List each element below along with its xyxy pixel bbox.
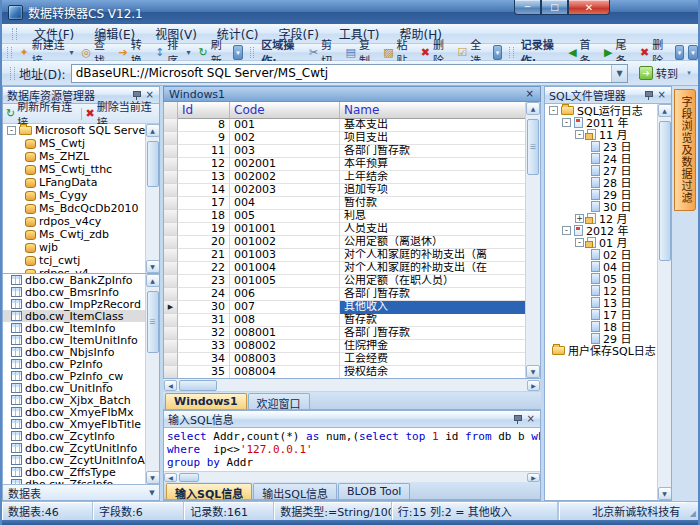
close-button[interactable]: ✕ — [568, 0, 610, 15]
grid-cell[interactable]: 19 — [178, 223, 230, 236]
grid-column-header-code[interactable]: Code — [230, 102, 340, 119]
list-item-table[interactable]: dbo.cw_ZfssInfo — [3, 478, 159, 484]
list-item-table[interactable]: dbo.cw_PzInfo_cw — [3, 370, 159, 382]
grid-cell[interactable]: 008002 — [230, 340, 340, 353]
scrollbar-thumb[interactable] — [179, 473, 199, 482]
grid-column-header-id[interactable]: Id — [178, 102, 230, 119]
row-indicator[interactable] — [164, 327, 178, 340]
grid-cell[interactable]: 001004 — [230, 262, 340, 275]
row-indicator[interactable] — [164, 314, 178, 327]
grid-cell[interactable]: 002003 — [230, 184, 340, 197]
grid-cell[interactable]: 暂付款 — [340, 197, 540, 210]
row-indicator[interactable] — [164, 366, 178, 378]
scroll-down-icon[interactable]: ▼ — [658, 487, 672, 500]
list-item-table[interactable]: dbo.cw_BmsrInfo — [3, 286, 159, 298]
grid-cell[interactable]: 各部门暂存款 — [340, 145, 540, 158]
tab-输出SQL信息[interactable]: 输出SQL信息 — [253, 483, 337, 499]
grid-cell[interactable]: 对个人和家庭的补助支出（离 — [340, 249, 540, 262]
grid-cell[interactable]: 授权结余 — [340, 366, 540, 378]
row-indicator[interactable] — [164, 223, 178, 236]
address-input[interactable]: dBaseURL://Microsoft SQL Server/MS_Cwtj — [72, 66, 611, 80]
grid-cell[interactable]: 公用定额（离退休） — [340, 236, 540, 249]
expander-icon[interactable]: + — [575, 214, 584, 223]
grid-cell[interactable]: 14 — [178, 184, 230, 197]
pin-icon[interactable] — [644, 90, 653, 101]
object-type-dropdown[interactable]: 数据表 ▼ — [3, 484, 159, 500]
pin-icon[interactable] — [132, 90, 141, 101]
row-indicator[interactable] — [164, 353, 178, 366]
grid-cell[interactable]: 35 — [178, 366, 230, 378]
toolbar-overflow-icon[interactable]: ▾ — [688, 45, 698, 60]
list-item-table[interactable]: dbo.cw_ZcytUnitInfo — [3, 442, 159, 454]
tab-Windows1[interactable]: Windows1 — [165, 393, 247, 409]
row-indicator[interactable]: ▶ — [164, 301, 178, 314]
tree-item-database[interactable]: Ms_Cwtj_zdb — [3, 228, 159, 241]
grid-cell[interactable]: 12 — [178, 158, 230, 171]
grid-horizontal-scrollbar[interactable]: ◀ ▶ — [163, 379, 541, 392]
minimize-button[interactable]: ─ — [514, 0, 541, 15]
tree-item-database[interactable]: Ms_ZHZL — [3, 150, 159, 163]
scroll-right-icon[interactable]: ▶ — [527, 473, 540, 482]
toolbar-overflow-icon[interactable]: ▾ — [493, 45, 503, 60]
grid-cell[interactable]: 上年结余 — [340, 171, 540, 184]
row-indicator[interactable] — [164, 184, 178, 197]
grid-cell[interactable]: 22 — [178, 262, 230, 275]
maximize-button[interactable]: □ — [541, 0, 568, 15]
list-item-table[interactable]: dbo.cw_XmyeFlbMx — [3, 406, 159, 418]
server-tree-scrollbar[interactable]: ▲▼ — [145, 124, 159, 273]
scroll-down-icon[interactable]: ▼ — [526, 365, 540, 378]
tree-item-database[interactable]: MS_Cwtj — [3, 137, 159, 150]
grid-cell[interactable]: 基本支出 — [340, 119, 540, 132]
toolbar-overflow-icon[interactable]: ▾ — [233, 45, 243, 60]
grid-cell[interactable]: 24 — [178, 288, 230, 301]
grid-cell[interactable]: 30 — [178, 301, 230, 314]
tables-list-scrollbar[interactable]: ▲☰▼ — [145, 274, 159, 484]
expander-icon[interactable]: - — [575, 238, 584, 247]
scroll-left-icon[interactable]: ◀ — [164, 473, 177, 482]
grid-cell[interactable]: 21 — [178, 249, 230, 262]
grid-cell[interactable]: 001001 — [230, 223, 340, 236]
row-indicator[interactable] — [164, 119, 178, 132]
list-item-table[interactable]: dbo.cw_PzInfo — [3, 358, 159, 370]
grid-cell[interactable]: 001002 — [230, 236, 340, 249]
tree-item-database[interactable]: wjb — [3, 241, 159, 254]
grid-cell[interactable]: 工会经费 — [340, 353, 540, 366]
row-indicator[interactable] — [164, 249, 178, 262]
row-indicator[interactable] — [164, 145, 178, 158]
field-browser-side-tab[interactable]: 字段浏览及数据过滤 — [674, 89, 696, 211]
expander-icon[interactable]: - — [549, 106, 558, 115]
grid-cell[interactable]: 002 — [230, 132, 340, 145]
go-button[interactable]: ➔ 转到 — [633, 64, 684, 82]
row-indicator[interactable] — [164, 288, 178, 301]
grid-cell[interactable]: 各部门暂存款 — [340, 288, 540, 301]
grid-cell[interactable]: 9 — [178, 132, 230, 145]
grid-cell[interactable]: 其他收入 — [340, 301, 540, 314]
tree-item-folder[interactable]: 用户保存SQL日志 — [545, 344, 671, 356]
close-icon[interactable]: × — [526, 414, 536, 424]
grid-cell[interactable]: 8 — [178, 119, 230, 132]
expander-icon[interactable]: - — [575, 130, 584, 139]
scroll-up-icon[interactable]: ▲ — [526, 102, 540, 115]
grid-cell[interactable]: 利息 — [340, 210, 540, 223]
tree-item-database[interactable]: tcj_cwtj — [3, 254, 159, 267]
scroll-left-icon[interactable]: ◀ — [164, 380, 177, 391]
row-indicator[interactable] — [164, 262, 178, 275]
grid-cell[interactable]: 004 — [230, 197, 340, 210]
scrollbar-thumb[interactable]: ☰ — [527, 119, 539, 175]
scrollbar-thumb[interactable] — [659, 121, 671, 261]
row-indicator[interactable] — [164, 210, 178, 223]
list-item-table[interactable]: dbo.cw_ItemInfo — [3, 322, 159, 334]
grid-cell[interactable]: 17 — [178, 197, 230, 210]
list-item-table[interactable]: dbo.cw_NbjsInfo — [3, 346, 159, 358]
grid-cell[interactable]: 20 — [178, 236, 230, 249]
list-item-table[interactable]: dbo.cw_ZcytInfo — [3, 430, 159, 442]
address-dropdown-icon[interactable]: ▼ — [611, 65, 627, 82]
tree-item-database[interactable]: MS_Cwtj_tthc — [3, 163, 159, 176]
grid-cell[interactable]: 34 — [178, 353, 230, 366]
tree-item-database[interactable]: LFangData — [3, 176, 159, 189]
grid-cell[interactable]: 008 — [230, 314, 340, 327]
expander-icon[interactable]: - — [562, 226, 571, 235]
row-indicator[interactable] — [164, 171, 178, 184]
grid-cell[interactable]: 项目支出 — [340, 132, 540, 145]
scroll-up-icon[interactable]: ▲ — [658, 104, 672, 117]
